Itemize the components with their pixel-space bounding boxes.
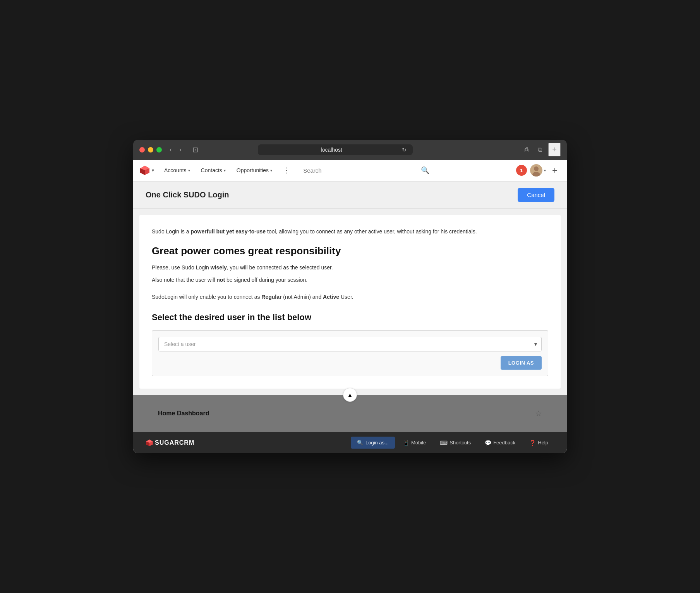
notification-badge[interactable]: 1 (516, 165, 527, 176)
share-button[interactable]: ⎙ (522, 143, 532, 156)
login-as-footer-label: Login as... (365, 440, 389, 446)
app-container: ▾ Accounts ▾ Contacts ▾ Opportunities ▾ … (133, 160, 567, 454)
permission-pre: SudoLogin will only enable you to connec… (152, 294, 261, 300)
login-as-button[interactable]: LOGIN AS (501, 356, 542, 370)
intro-paragraph: Sudo Login is a powerfull but yet easy-t… (152, 227, 548, 236)
body2-rest: be signed off during your session. (225, 277, 307, 283)
login-as-footer-button[interactable]: 🔍 Login as... (351, 437, 395, 449)
duplicate-tab-button[interactable]: ⧉ (535, 143, 545, 156)
star-button[interactable]: ☆ (535, 409, 542, 418)
permission-text: SudoLogin will only enable you to connec… (152, 294, 548, 300)
opportunities-nav-item[interactable]: Opportunities ▾ (233, 165, 276, 176)
select-panel: Select a user ▾ LOGIN AS (152, 330, 548, 376)
body2-pre: Also note that the user will (152, 277, 216, 283)
more-nav-button[interactable]: ⋮ (279, 164, 294, 177)
content-panel: Sudo Login is a powerfull but yet easy-t… (139, 215, 561, 389)
shortcuts-label: Shortcuts (450, 440, 471, 446)
body-text-2: Also note that the user will not be sign… (152, 276, 548, 285)
contacts-chevron-icon: ▾ (224, 168, 226, 173)
user-select-wrapper: Select a user ▾ (158, 337, 542, 351)
fullscreen-button[interactable] (156, 147, 162, 153)
feedback-label: Feedback (493, 440, 515, 446)
logo-cube-icon (139, 165, 150, 176)
footer-logo-text: SUGARCRM (155, 439, 194, 446)
minimize-button[interactable] (148, 147, 153, 153)
login-as-footer-icon: 🔍 (357, 440, 363, 446)
close-button[interactable] (139, 147, 145, 153)
accounts-nav-item[interactable]: Accounts ▾ (160, 165, 194, 176)
select-heading: Select the desired user in the list belo… (152, 312, 548, 322)
traffic-lights (139, 147, 162, 153)
browser-window: ‹ › ⊡ localhost ↻ ⎙ ⧉ + ▾ (133, 140, 567, 454)
url-bar[interactable]: localhost ↻ (258, 144, 413, 155)
shortcuts-nav-item[interactable]: ⌨ Shortcuts (434, 437, 477, 448)
sidebar-toggle-button[interactable]: ⊡ (189, 144, 201, 156)
browser-actions: ⎙ ⧉ + (522, 143, 561, 156)
contacts-nav-item[interactable]: Contacts ▾ (197, 165, 230, 176)
intro-text-bold: powerfull but yet easy-to-use (190, 228, 266, 235)
logo-dropdown-icon: ▾ (152, 168, 154, 173)
avatar-chevron-icon: ▾ (544, 168, 546, 173)
accounts-label: Accounts (164, 167, 187, 173)
section-heading: Great power comes great responsibility (152, 245, 548, 257)
body1-bold: wisely (211, 264, 227, 271)
contacts-label: Contacts (201, 167, 222, 173)
top-nav: ▾ Accounts ▾ Contacts ▾ Opportunities ▾ … (133, 160, 567, 182)
user-select[interactable]: Select a user (158, 337, 542, 351)
notification-count: 1 (520, 168, 523, 173)
avatar-image (530, 164, 542, 177)
collapse-icon: ▲ (347, 392, 353, 398)
collapse-button[interactable]: ▲ (343, 388, 357, 402)
intro-text-rest: tool, allowing you to connect as any oth… (266, 228, 477, 235)
new-tab-button[interactable]: + (548, 143, 561, 156)
page-title: One Click SUDO Login (146, 190, 229, 199)
help-label: Help (538, 440, 548, 446)
avatar-container[interactable]: ▾ (530, 164, 546, 177)
page-header: One Click SUDO Login Cancel (133, 182, 567, 209)
help-nav-item[interactable]: ❓ Help (523, 437, 554, 448)
refresh-icon: ↻ (402, 147, 407, 153)
intro-text-pre: Sudo Login is a (152, 228, 190, 235)
cancel-button[interactable]: Cancel (518, 188, 554, 202)
dashboard-row: ▲ Home Dashboard ☆ (133, 395, 567, 432)
app-logo[interactable]: ▾ (139, 165, 154, 176)
mobile-nav-item[interactable]: 📱 Mobile (396, 437, 432, 448)
footer-panel: Home Dashboard ☆ (146, 403, 554, 424)
browser-titlebar: ‹ › ⊡ localhost ↻ ⎙ ⧉ + (133, 140, 567, 160)
help-icon: ❓ (529, 440, 536, 446)
body1-rest: , you will be connected as the selected … (227, 264, 333, 271)
svg-point-5 (534, 166, 539, 171)
permission-active: Active (323, 294, 339, 300)
shortcuts-icon: ⌨ (440, 440, 448, 446)
permission-mid: (not Admin) and (281, 294, 323, 300)
url-text: localhost (264, 147, 399, 153)
body2-bold: not (216, 277, 225, 283)
search-container: 🔍 (303, 165, 507, 176)
star-icon: ☆ (535, 409, 542, 418)
browser-nav-buttons: ‹ › (166, 145, 185, 155)
body-text-1: Please, use Sudo Login wisely, you will … (152, 263, 548, 273)
add-button[interactable]: + (549, 163, 561, 177)
opportunities-label: Opportunities (237, 167, 269, 173)
permission-regular: Regular (261, 294, 281, 300)
search-input[interactable] (303, 167, 419, 174)
user-avatar (530, 164, 542, 177)
dashboard-title: Home Dashboard (158, 410, 209, 417)
opportunities-chevron-icon: ▾ (270, 168, 272, 173)
body1-pre: Please, use Sudo Login (152, 264, 211, 271)
back-button[interactable]: ‹ (166, 145, 175, 155)
footer-logo: SUGARCRM (146, 439, 194, 447)
feedback-icon: 💬 (485, 440, 491, 446)
footer-actions: 🔍 Login as... 📱 Mobile ⌨ Shortcuts 💬 Fee… (351, 437, 554, 449)
search-button[interactable]: 🔍 (419, 165, 431, 176)
feedback-nav-item[interactable]: 💬 Feedback (479, 437, 522, 448)
footer-logo-icon (146, 439, 153, 447)
mobile-icon: 📱 (403, 440, 409, 446)
forward-button[interactable]: › (176, 145, 184, 155)
permission-end: User. (339, 294, 353, 300)
mobile-label: Mobile (411, 440, 426, 446)
accounts-chevron-icon: ▾ (188, 168, 190, 173)
footer-nav: SUGARCRM 🔍 Login as... 📱 Mobile ⌨ Shortc… (133, 432, 567, 453)
